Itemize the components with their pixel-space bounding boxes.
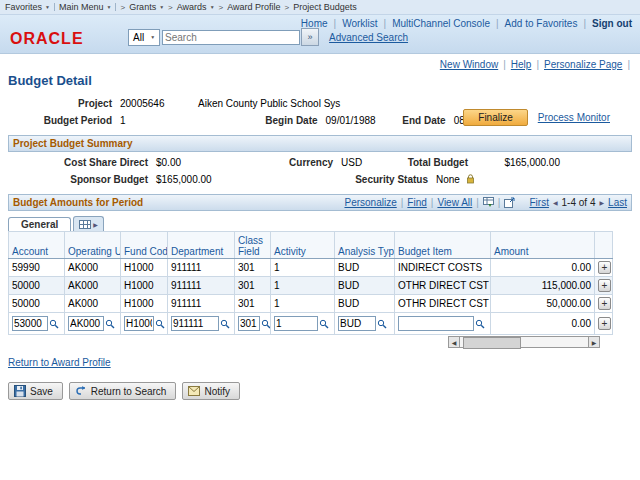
scroll-left-button[interactable]: ◀ bbox=[448, 336, 460, 348]
column-header-budget-item[interactable]: Budget Item bbox=[395, 232, 491, 259]
previous-page-icon[interactable]: ◀ bbox=[553, 199, 558, 206]
breadcrumb-main-menu[interactable]: Main Menu ▼ bbox=[59, 2, 111, 12]
chevron-down-icon: ▼ bbox=[210, 4, 215, 10]
download-grid-icon[interactable] bbox=[483, 197, 494, 208]
scrollbar-track[interactable] bbox=[460, 336, 588, 348]
notify-icon bbox=[188, 386, 200, 396]
grid-horizontal-scrollbar[interactable]: ◀ ▶ bbox=[448, 336, 600, 348]
total-budget-label: Total Budget bbox=[396, 157, 468, 168]
project-budget-summary-header: Project Budget Summary bbox=[8, 135, 632, 152]
personalize-link[interactable]: Personalize bbox=[344, 197, 396, 208]
breadcrumb-grants[interactable]: Grants ▼ bbox=[129, 2, 164, 12]
grid-title: Budget Amounts for Period bbox=[13, 197, 143, 208]
separator: | bbox=[496, 18, 499, 29]
cost-share-value: $0.00 bbox=[156, 157, 278, 168]
cell-activity: 1 bbox=[271, 277, 335, 295]
search-bar: All ▼ » Advanced Search bbox=[128, 28, 408, 46]
advanced-search-link[interactable]: Advanced Search bbox=[329, 32, 408, 43]
breadcrumb-awards[interactable]: Awards ▼ bbox=[177, 2, 215, 12]
scroll-right-button[interactable]: ▶ bbox=[588, 336, 600, 348]
finalize-button[interactable]: Finalize bbox=[463, 109, 527, 126]
grid-tabs: General ▶ bbox=[8, 216, 640, 231]
cell-operating-unit: AK000 bbox=[65, 259, 121, 277]
process-monitor-link[interactable]: Process Monitor bbox=[538, 112, 610, 123]
last-link[interactable]: Last bbox=[608, 197, 627, 208]
nav-add-to-favorites-link[interactable]: Add to Favorites bbox=[505, 18, 578, 29]
fund-code-input[interactable] bbox=[124, 316, 154, 331]
lookup-icon[interactable] bbox=[220, 319, 230, 329]
add-row-button[interactable]: + bbox=[598, 317, 611, 330]
first-link[interactable]: First bbox=[529, 197, 548, 208]
separator: | bbox=[401, 197, 404, 208]
column-header-class-field[interactable]: Class Field bbox=[235, 232, 271, 259]
column-header-account[interactable]: Account bbox=[9, 232, 65, 259]
search-go-button[interactable]: » bbox=[301, 28, 319, 46]
budget-grid: Account Operating Unit Fund Code Departm… bbox=[8, 231, 613, 335]
lookup-icon[interactable] bbox=[319, 319, 329, 329]
operating-unit-input[interactable] bbox=[68, 316, 104, 331]
budget-period-row: Budget Period 1 Begin Date 09/01/1988 En… bbox=[8, 113, 640, 127]
zoom-grid-icon[interactable] bbox=[504, 197, 515, 208]
breadcrumb-award-profile[interactable]: Award Profile bbox=[227, 2, 280, 12]
view-all-link[interactable]: View All bbox=[437, 197, 472, 208]
column-header-activity[interactable]: Activity bbox=[271, 232, 335, 259]
sponsor-budget-label: Sponsor Budget bbox=[8, 174, 148, 185]
budget-item-input[interactable] bbox=[398, 316, 474, 331]
begin-date-value: 09/01/1988 bbox=[326, 115, 376, 126]
add-row-button[interactable]: + bbox=[598, 297, 611, 310]
new-window-link[interactable]: New Window bbox=[440, 59, 498, 70]
table-row: 50000 AK000 H1000 911111 301 1 BUD OTHR … bbox=[9, 295, 613, 313]
return-to-award-profile-link[interactable]: Return to Award Profile bbox=[8, 357, 111, 368]
search-input[interactable] bbox=[162, 30, 300, 45]
cell-department: 911111 bbox=[168, 295, 235, 313]
currency-value: USD bbox=[341, 157, 396, 168]
cell-analysis-type: BUD bbox=[335, 259, 395, 277]
header: Home | Worklist | MultiChannel Console |… bbox=[0, 15, 640, 54]
column-header-analysis-type[interactable]: Analysis Type bbox=[335, 232, 395, 259]
show-all-columns-tab[interactable]: ▶ bbox=[73, 216, 104, 231]
sign-out-link[interactable]: Sign out bbox=[592, 18, 632, 29]
add-row-button[interactable]: + bbox=[598, 261, 611, 274]
column-header-actions bbox=[595, 232, 613, 259]
breadcrumb-project-budgets[interactable]: Project Budgets bbox=[293, 2, 357, 12]
breadcrumb-grants-label: Grants bbox=[129, 2, 156, 12]
column-header-operating-unit[interactable]: Operating Unit bbox=[65, 232, 121, 259]
account-input[interactable] bbox=[12, 316, 48, 331]
column-header-amount[interactable]: Amount bbox=[491, 232, 595, 259]
save-button[interactable]: Save bbox=[8, 382, 63, 400]
tab-general[interactable]: General bbox=[8, 217, 71, 231]
scrollbar-thumb[interactable] bbox=[463, 337, 521, 349]
lookup-icon[interactable] bbox=[155, 319, 165, 329]
lookup-icon[interactable] bbox=[105, 319, 115, 329]
help-link[interactable]: Help bbox=[511, 59, 532, 70]
project-label: Project bbox=[8, 98, 112, 109]
cost-share-label: Cost Share Direct bbox=[8, 157, 148, 168]
return-to-search-button[interactable]: Return to Search bbox=[69, 382, 177, 400]
add-row-button[interactable]: + bbox=[598, 279, 611, 292]
breadcrumb-favorites[interactable]: Favorites ▼ bbox=[5, 2, 50, 12]
sponsor-budget-value: $165,000.00 bbox=[156, 174, 278, 185]
column-header-fund-code[interactable]: Fund Code bbox=[121, 232, 168, 259]
find-link[interactable]: Find bbox=[407, 197, 426, 208]
cell-class-field-edit bbox=[235, 313, 271, 335]
column-header-department[interactable]: Department bbox=[168, 232, 235, 259]
activity-input[interactable] bbox=[274, 316, 318, 331]
lookup-icon[interactable] bbox=[377, 319, 387, 329]
search-scope-value: All bbox=[133, 32, 144, 43]
begin-date-label: Begin Date bbox=[126, 115, 318, 126]
personalize-page-link[interactable]: Personalize Page bbox=[544, 59, 622, 70]
lookup-icon[interactable] bbox=[261, 319, 271, 329]
next-page-icon[interactable]: ▶ bbox=[599, 199, 604, 206]
notify-button[interactable]: Notify bbox=[182, 382, 240, 400]
total-budget-value: $165,000.00 bbox=[476, 157, 560, 168]
cell-operating-unit-edit bbox=[65, 313, 121, 335]
department-input[interactable] bbox=[171, 316, 219, 331]
class-field-input[interactable] bbox=[238, 316, 260, 331]
cell-fund-code-edit bbox=[121, 313, 168, 335]
cell-account: 50000 bbox=[9, 295, 65, 313]
lookup-icon[interactable] bbox=[475, 319, 485, 329]
search-scope-select[interactable]: All ▼ bbox=[128, 29, 160, 46]
lookup-icon[interactable] bbox=[49, 319, 59, 329]
analysis-type-input[interactable] bbox=[338, 316, 376, 331]
security-icon bbox=[466, 174, 475, 184]
